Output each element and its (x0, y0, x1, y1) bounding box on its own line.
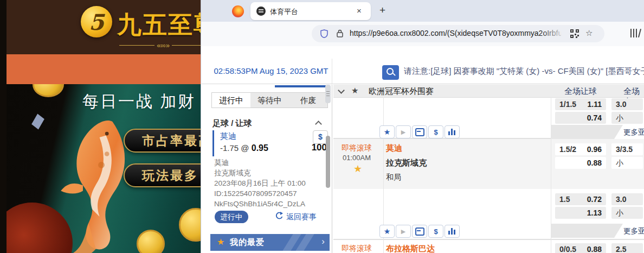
confetti-decor (31, 113, 44, 129)
line-value: 3/3.5 (616, 145, 633, 154)
odds-cell[interactable]: 0.74 (555, 112, 606, 124)
odds-cell[interactable]: 小 (611, 157, 643, 169)
bet-status-tabs: 进行中 等待中 作废 (211, 92, 328, 108)
chart-icon (448, 129, 456, 135)
bet-line: -1.75 @ 0.95 (220, 143, 268, 153)
more-markets-strip: 更多亚洲 (551, 125, 644, 139)
tab-void[interactable]: 作废 (289, 93, 327, 107)
detail-date: 2023年08月16日 上午 01:00 (214, 178, 327, 188)
odds-cell[interactable]: 1.5/2 0.96 (555, 143, 606, 155)
odds-money-button[interactable]: $ (428, 225, 443, 238)
notice-ticker: 请注意:[足球] 因赛事改期 "艾特莱 (女) -vs- CF美国 (女)" [… (404, 59, 644, 84)
home-team[interactable]: 布拉格斯巴达 (386, 244, 435, 253)
favorites-label: 我的最爱 (230, 237, 265, 248)
tab-running[interactable]: 进行中 (212, 93, 250, 107)
markets-button[interactable] (412, 225, 427, 238)
badge-most-games[interactable]: 玩法最多 (124, 163, 201, 187)
status-badge: 进行中 (215, 211, 248, 223)
stats-button[interactable] (445, 225, 460, 238)
bet-odds: 0.95 (252, 143, 268, 153)
return-arrow-icon[interactable] (274, 212, 284, 220)
bet-team-link[interactable]: 莫迪 (220, 131, 236, 142)
chevron-down-icon[interactable] (338, 87, 345, 94)
bet-section-title: 足球 / 让球 (212, 118, 252, 128)
favorites-bar[interactable]: ★ 我的最爱 › (210, 234, 330, 251)
favorite-star-icon[interactable]: ★ (353, 163, 362, 175)
tab-favicon (256, 7, 266, 16)
odds-cell[interactable]: 3/3.5 (611, 143, 643, 155)
coin-decor (179, 208, 201, 242)
odds-cell[interactable]: 3.0 (611, 98, 643, 110)
badge-market-share[interactable]: 市占率最高 (124, 129, 201, 153)
away-team[interactable]: 拉克斯域克 (386, 158, 427, 168)
divider (202, 84, 644, 84)
line-value: 2.5 (616, 245, 626, 253)
play-button[interactable]: ▶ (396, 225, 411, 238)
search-button[interactable] (382, 65, 399, 80)
odds-money-button[interactable]: $ (428, 125, 443, 138)
more-markets-label: 更多亚洲 (623, 226, 644, 236)
new-tab-button[interactable]: + (379, 4, 385, 16)
panel-divider (332, 85, 332, 253)
play-button[interactable]: ▶ (396, 125, 411, 138)
odds-cell[interactable]: 3.0 (611, 193, 643, 205)
library-icon[interactable] (630, 29, 643, 37)
coin-decor (33, 84, 64, 97)
odds-cell[interactable]: 0/0.5 0.88 (555, 243, 606, 253)
favorite-button[interactable]: ★ (379, 225, 395, 238)
detail-opponent: 拉克斯域克 (214, 168, 327, 178)
divider (333, 239, 644, 240)
flourish-ornament: «∞» (119, 41, 201, 49)
star-icon: ★ (217, 237, 224, 247)
odds-cell[interactable]: 1.5 0.72 (555, 193, 606, 205)
odds-cell[interactable]: 1/1.5 1.11 (555, 98, 606, 110)
chevron-right-icon: › (321, 236, 325, 247)
tracking-shield-icon[interactable] (320, 29, 328, 38)
firefox-icon[interactable] (232, 5, 244, 17)
draw-label[interactable]: 和局 (386, 173, 401, 182)
handicap-value: 0/0.5 (559, 245, 576, 253)
line-value: 3.0 (616, 195, 626, 204)
more-markets-label: 更多亚洲 (623, 128, 644, 137)
tab-waiting[interactable]: 等待中 (250, 93, 289, 107)
promo-banner: 每日一战 加财 市占率最高 玩法最多 (7, 84, 201, 253)
live-soon-label: 即将滚球 (342, 244, 372, 253)
detail-id: ID:152254078095720457 (214, 188, 327, 199)
search-icon (387, 68, 394, 75)
chevron-up-icon[interactable] (315, 121, 322, 128)
markets-button[interactable] (412, 125, 427, 138)
detail-team: 莫迪 (214, 157, 327, 168)
odds-value: 0.88 (587, 159, 602, 167)
tab-close-icon[interactable]: × (357, 6, 362, 15)
back-to-events-link[interactable]: 返回赛事 (286, 212, 317, 222)
bookmark-star-icon[interactable]: ☆ (585, 28, 593, 38)
odds-value: 0.74 (587, 113, 602, 122)
sidebar-scrollbar[interactable] (326, 136, 330, 188)
odds-cell[interactable]: 0.88 (555, 157, 606, 169)
home-team[interactable]: 莫迪 (386, 143, 402, 154)
url-bar[interactable]: https://p9e6oa.cnx8002.com/(S(xideqseTV0… (312, 25, 604, 42)
line-value: 3.0 (616, 100, 626, 109)
favorite-button[interactable]: ★ (379, 125, 395, 138)
bet-stake: 100 (295, 142, 327, 153)
column-handicap: 全场让球 (555, 86, 606, 97)
bet-section-header[interactable]: 足球 / 让球 (212, 118, 325, 129)
odds-value: 1.13 (587, 208, 602, 217)
panel-resize-handle[interactable] (325, 85, 331, 103)
league-header: ★ 欧洲冠军杯外围赛 全场让球 全场大 (333, 85, 644, 98)
qr-code-icon[interactable] (570, 29, 579, 38)
handicap-value: 1/1.5 (559, 100, 576, 109)
odds-cell[interactable]: 小 (611, 112, 643, 124)
under-label: 小 (616, 208, 623, 218)
badge-market-share-label: 市占率最高 (142, 132, 201, 149)
url-fade (539, 25, 566, 42)
browser-tab[interactable]: 体育平台 × (250, 2, 371, 20)
odds-cell[interactable]: 2.5 (611, 243, 643, 253)
league-star-icon[interactable]: ★ (351, 86, 358, 96)
stats-button[interactable] (445, 125, 460, 138)
odds-cell[interactable]: 小 (611, 207, 643, 219)
lock-icon (337, 29, 343, 37)
logo-glyph: 5 (81, 6, 112, 37)
odds-cell[interactable]: 1.13 (555, 207, 606, 219)
coin-decor (137, 230, 165, 253)
